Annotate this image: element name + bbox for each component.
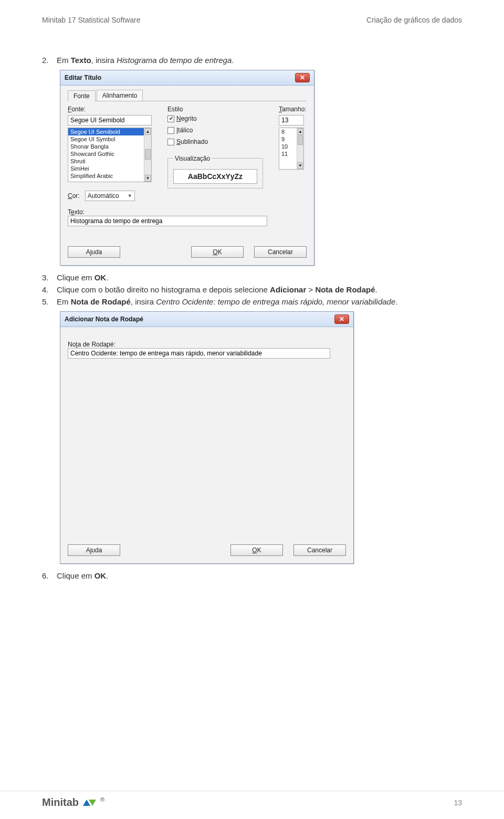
step-2-text: Em Texto, insira Histograma do tempo de …: [57, 56, 234, 65]
cancelar-button[interactable]: Cancelar: [293, 544, 346, 556]
scroll-down-icon[interactable]: ▼: [145, 175, 151, 182]
scrollbar[interactable]: ▲ ▼: [144, 128, 151, 182]
minitab-logo: Minitab ®: [42, 791, 104, 808]
step-2-num: 2.: [42, 56, 51, 65]
label-tamanho: Tamanho:: [279, 106, 307, 113]
step-5: 5. Em Nota de Rodapé, insira Centro Ocid…: [42, 297, 462, 306]
step-3: 3. Clique em OK.: [42, 273, 462, 282]
list-item[interactable]: Shonar Bangla: [68, 143, 151, 150]
dialog-title: Adicionar Nota de Rodapé: [65, 316, 143, 323]
header-left: Minitab 17 Statistical Software: [42, 16, 141, 24]
step-6: 6. Clique em OK.: [42, 571, 462, 580]
dialog-titlebar[interactable]: Adicionar Nota de Rodapé ✕: [60, 312, 353, 327]
nota-rodape-input[interactable]: [68, 348, 330, 359]
size-input[interactable]: [279, 115, 304, 125]
dialog-titlebar[interactable]: Editar Título ✕: [60, 70, 314, 86]
list-item[interactable]: Showcard Gothic: [68, 150, 151, 158]
label-texto: Texto:: [68, 208, 307, 216]
scroll-thumb[interactable]: [298, 135, 303, 145]
list-item[interactable]: Shruti: [68, 158, 151, 165]
checkbox-icon[interactable]: ✔: [167, 116, 174, 122]
checkbox-sublinhado[interactable]: Sublinhado: [167, 138, 263, 145]
ok-button[interactable]: OK: [230, 544, 283, 556]
texto-input[interactable]: [68, 216, 267, 226]
list-item[interactable]: Segoe UI Semibold: [68, 128, 151, 135]
font-listbox[interactable]: Segoe UI Semibold Segoe UI Symbol Shonar…: [68, 128, 152, 182]
ok-button[interactable]: OK: [191, 246, 244, 258]
step-4-num: 4.: [42, 285, 51, 294]
step-4-text: Clique com o botão direito no histograma…: [57, 285, 377, 294]
step-5-text: Em Nota de Rodapé, insira Centro Ocident…: [57, 297, 397, 306]
label-cor: Cor:: [68, 192, 80, 200]
step-3-num: 3.: [42, 273, 51, 282]
checkbox-icon[interactable]: [167, 127, 174, 134]
page-footer: Minitab ® 13: [0, 791, 504, 808]
step-3-text: Clique em OK.: [57, 273, 108, 282]
cancelar-button[interactable]: Cancelar: [254, 246, 307, 258]
scroll-up-icon[interactable]: ▲: [145, 128, 151, 135]
dialog-title: Editar Título: [65, 74, 101, 81]
label-estilo: Estilo: [167, 106, 263, 113]
close-icon[interactable]: ✕: [295, 73, 310, 82]
dialog-editar-titulo: Editar Título ✕ Fonte Alinhamento Fonte:…: [60, 70, 314, 266]
preview-box: AaBbCcXxYyZz: [173, 169, 257, 184]
scroll-up-icon[interactable]: ▲: [298, 128, 303, 135]
list-item[interactable]: Simplified Arabic: [68, 172, 151, 180]
tabs: Fonte Alinhamento: [68, 90, 307, 101]
header-right: Criação de gráficos de dados: [366, 16, 462, 24]
step-6-num: 6.: [42, 571, 51, 580]
font-input[interactable]: [68, 115, 152, 125]
scrollbar[interactable]: ▲ ▼: [297, 128, 303, 169]
scroll-thumb[interactable]: [145, 149, 151, 160]
scroll-down-icon[interactable]: ▼: [298, 162, 303, 169]
logo-icon: [83, 800, 96, 806]
page-header: Minitab 17 Statistical Software Criação …: [42, 16, 462, 24]
step-2: 2. Em Texto, insira Histograma do tempo …: [42, 56, 462, 65]
list-item[interactable]: Segoe UI Symbol: [68, 135, 151, 143]
dialog-adicionar-nota: Adicionar Nota de Rodapé ✕ Nota de Rodap…: [60, 311, 354, 564]
color-combo[interactable]: Automático ▼: [85, 191, 135, 201]
close-icon[interactable]: ✕: [334, 314, 349, 324]
step-4: 4. Clique com o botão direito no histogr…: [42, 285, 462, 294]
chevron-down-icon: ▼: [128, 193, 132, 198]
ajuda-button[interactable]: Ajuda: [68, 246, 120, 258]
checkbox-negrito[interactable]: ✔ Negrito: [167, 115, 263, 122]
checkbox-icon[interactable]: [167, 139, 174, 145]
step-6-text: Clique em OK.: [57, 571, 108, 580]
page-number: 13: [454, 793, 462, 807]
tab-alinhamento[interactable]: Alinhamento: [97, 90, 143, 101]
label-fonte: Fonte:: [68, 106, 152, 113]
ajuda-button[interactable]: Ajuda: [68, 544, 120, 556]
label-visualizacao: Visualização: [173, 155, 212, 162]
size-listbox[interactable]: 8 9 10 11 ▲ ▼: [279, 128, 304, 170]
label-nota-rodape: Nota de Rodapé:: [68, 341, 346, 348]
list-item[interactable]: SimHei: [68, 165, 151, 172]
step-5-num: 5.: [42, 297, 51, 306]
tab-fonte[interactable]: Fonte: [68, 90, 96, 101]
checkbox-italico[interactable]: Itálico: [167, 127, 263, 134]
